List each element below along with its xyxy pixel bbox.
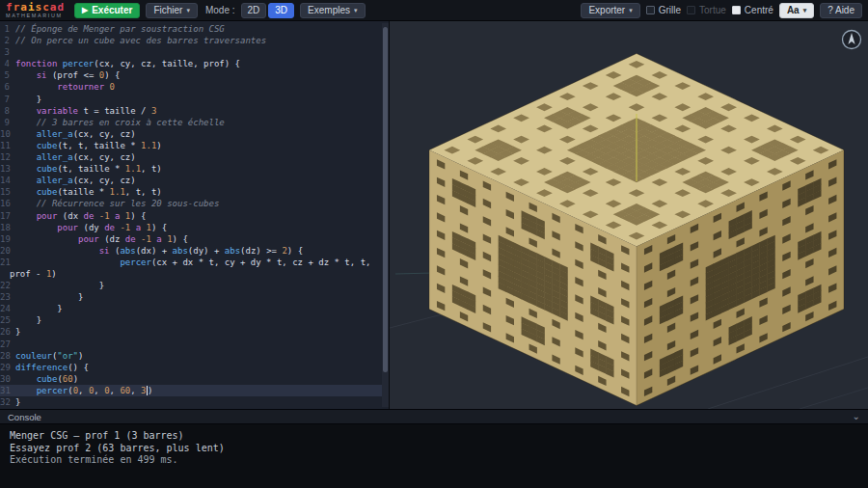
- code-text: aller_a(cx, cy, cz): [15, 128, 136, 140]
- code-editor[interactable]: 1// Éponge de Menger par soustraction CS…: [0, 21, 390, 409]
- code-line[interactable]: prof - 1): [0, 268, 389, 280]
- font-size-button[interactable]: Aa ▾: [779, 3, 814, 18]
- code-line[interactable]: 11 cube(t, t, taille * 1.1): [0, 140, 389, 151]
- editor-scrollbar[interactable]: [382, 23, 389, 407]
- caret-down-icon: ▾: [629, 7, 633, 14]
- code-line[interactable]: 32}: [0, 396, 389, 408]
- file-menu-button[interactable]: Fichier ▾: [146, 3, 198, 18]
- file-label: Fichier: [153, 5, 182, 15]
- play-icon: ▶: [82, 6, 88, 14]
- line-number: 30: [0, 373, 15, 385]
- app-logo: fraiscad MATHEMARIUM: [6, 2, 65, 19]
- view-compass[interactable]: [841, 29, 862, 50]
- code-line[interactable]: 17 pour (dx de -1 a 1) {: [0, 210, 389, 222]
- code-line[interactable]: 4fonction percer(cx, cy, cz, taille, pro…: [0, 58, 389, 69]
- code-line[interactable]: 9 // 3 barres en croix à cette échelle: [0, 117, 389, 128]
- mode-3d-button[interactable]: 3D: [268, 3, 294, 18]
- run-button[interactable]: ▶ Exécuter: [74, 3, 140, 18]
- code-text: aller_a(cx, cy, cz): [15, 175, 136, 186]
- code-line[interactable]: 22 }: [0, 280, 389, 291]
- code-line[interactable]: 24 }: [0, 303, 389, 314]
- console-line: Menger CSG — prof 1 (3 barres): [10, 430, 858, 443]
- line-number: 5: [0, 69, 15, 81]
- code-text: // Éponge de Menger par soustraction CSG: [15, 23, 225, 35]
- code-line[interactable]: 31 percer(0, 0, 0, 60, 3): [0, 385, 389, 396]
- code-text: fonction percer(cx, cy, cz, taille, prof…: [15, 58, 240, 69]
- mode-2d-label: 2D: [248, 5, 260, 15]
- code-text: aller_a(cx, cy, cz): [15, 151, 136, 163]
- mode-2d-button[interactable]: 2D: [241, 3, 267, 18]
- scene-svg[interactable]: [390, 21, 868, 409]
- console-line: Exécution terminée en 499 ms.: [10, 454, 858, 467]
- logo-letter: f: [6, 1, 14, 14]
- run-label: Exécuter: [92, 5, 132, 15]
- line-number: 3: [0, 46, 15, 58]
- grid-checkbox[interactable]: Grille: [646, 5, 681, 15]
- help-label: ? Aide: [827, 5, 854, 15]
- line-number: 17: [0, 210, 15, 222]
- mode-3d-label: 3D: [275, 5, 287, 15]
- code-text: si (prof <= 0) {: [15, 69, 120, 81]
- export-menu-button[interactable]: Exporter ▾: [581, 3, 639, 18]
- code-line[interactable]: 20 si (abs(dx) + abs(dy) + abs(dz) >= 2)…: [0, 245, 389, 257]
- code-line[interactable]: 2// On perce un cube avec des barres tra…: [0, 35, 389, 46]
- code-line[interactable]: 6 retourner 0: [0, 81, 389, 93]
- line-number: 9: [0, 117, 15, 128]
- mode-switch: 2D 3D: [241, 3, 295, 18]
- code-line[interactable]: 8 variable t = taille / 3: [0, 105, 389, 117]
- code-line[interactable]: 19 pour (dz de -1 a 1) {: [0, 233, 389, 245]
- caret-down-icon: ▾: [803, 7, 807, 14]
- line-number: 15: [0, 186, 15, 198]
- line-number: 12: [0, 151, 15, 163]
- code-line[interactable]: 14 aller_a(cx, cy, cz): [0, 175, 389, 186]
- code-line[interactable]: 16 // Récurrence sur les 20 sous-cubes: [0, 198, 389, 209]
- console-collapse-icon[interactable]: ⌄: [853, 412, 860, 421]
- code-line[interactable]: 7 }: [0, 94, 389, 105]
- code-line[interactable]: 28couleur("or"): [0, 350, 389, 362]
- line-number: 8: [0, 105, 15, 117]
- logo-text: fraiscad: [6, 2, 65, 13]
- examples-menu-button[interactable]: Exemples ▾: [300, 3, 365, 18]
- scrollbar-thumb[interactable]: [383, 27, 388, 372]
- code-line[interactable]: 27: [0, 339, 389, 350]
- main-area: 1// Éponge de Menger par soustraction CS…: [0, 21, 868, 409]
- mode-label: Mode :: [205, 5, 235, 15]
- code-line[interactable]: 21 percer(cx + dx * t, cy + dy * t, cz +…: [0, 257, 389, 268]
- code-line[interactable]: 25 }: [0, 314, 389, 326]
- line-number: 24: [0, 303, 15, 314]
- line-number: 11: [0, 140, 15, 151]
- code-text: pour (dz de -1 a 1) {: [15, 233, 188, 245]
- code-text: }: [15, 396, 20, 408]
- line-number: 13: [0, 163, 15, 175]
- code-line[interactable]: 5 si (prof <= 0) {: [0, 69, 389, 81]
- code-line[interactable]: 15 cube(taille * 1.1, t, t): [0, 186, 389, 198]
- code-line[interactable]: 3: [0, 46, 389, 58]
- code-line[interactable]: 26}: [0, 326, 389, 338]
- help-button[interactable]: ? Aide: [820, 3, 862, 18]
- caret-down-icon: ▾: [354, 7, 358, 14]
- code-line[interactable]: 18 pour (dy de -1 a 1) {: [0, 222, 389, 233]
- code-text: }: [15, 326, 20, 338]
- logo-letter: c: [42, 1, 50, 14]
- examples-label: Exemples: [308, 5, 350, 15]
- compass-icon: [841, 29, 862, 50]
- code-text: // 3 barres en croix à cette échelle: [15, 117, 225, 128]
- code-text: pour (dx de -1 a 1) {: [15, 210, 147, 222]
- code-text: cube(t, taille * 1.1, t): [15, 163, 162, 175]
- line-number: 2: [0, 35, 15, 46]
- console-panel: Console ⌄ Menger CSG — prof 1 (3 barres)…: [0, 409, 868, 488]
- center-checkbox[interactable]: Centré: [732, 5, 773, 15]
- grid-checkbox-box: [646, 6, 655, 14]
- code-line[interactable]: 30 cube(60): [0, 373, 389, 385]
- code-line[interactable]: 12 aller_a(cx, cy, cz): [0, 151, 389, 163]
- line-number: 7: [0, 94, 15, 105]
- code-text: }: [15, 303, 63, 314]
- code-line[interactable]: 1// Éponge de Menger par soustraction CS…: [0, 23, 389, 35]
- code-text: }: [15, 94, 41, 105]
- viewport-3d[interactable]: [390, 21, 868, 409]
- code-line[interactable]: 23 }: [0, 291, 389, 303]
- code-line[interactable]: 13 cube(t, taille * 1.1, t): [0, 163, 389, 175]
- line-number: 31: [0, 385, 15, 396]
- code-line[interactable]: 10 aller_a(cx, cy, cz): [0, 128, 389, 140]
- code-line[interactable]: 29difference() {: [0, 362, 389, 373]
